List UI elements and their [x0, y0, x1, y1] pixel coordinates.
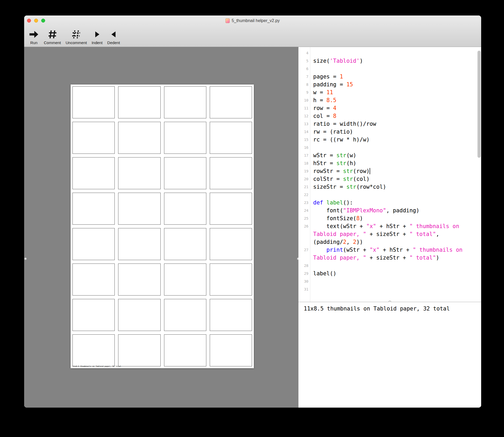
code-line-text: font("IBMPlexMono", padding) [313, 207, 474, 214]
thumbnail-cell [72, 334, 115, 366]
thumbnail-cell [164, 122, 206, 154]
thumbnail-cell [164, 157, 206, 189]
line-number: 13 [298, 120, 310, 128]
code-line-text [313, 65, 474, 73]
output-console[interactable]: 11x8.5 thumbnails on Tabloid paper, 32 t… [298, 302, 481, 408]
thumbnail-cell [164, 299, 206, 331]
code-line-text: rw = (ratio) [313, 128, 474, 136]
thumbnail-cell [210, 193, 252, 225]
code-line[interactable]: 5size('Tabloid') [298, 57, 481, 65]
text-caret [370, 168, 370, 174]
code-line[interactable]: 13ratio = width()/row [298, 120, 481, 128]
indent-button[interactable]: Indent [89, 28, 105, 47]
thumbnail-cell [210, 264, 252, 296]
line-number: 12 [298, 112, 310, 120]
line-number: 11 [298, 104, 310, 112]
line-number: 10 [298, 96, 310, 104]
line-number: 22 [298, 191, 310, 199]
line-number: 20 [298, 175, 310, 183]
code-line[interactable]: 15rc = ((rw * h)/w) [298, 136, 481, 144]
run-button[interactable]: Run [26, 28, 41, 47]
code-line-text [313, 144, 474, 151]
thumbnail-cell [210, 86, 252, 118]
code-line-text: size('Tabloid') [313, 57, 474, 65]
app-window: 5_thumbnail helper_v2.py Run Comment [24, 15, 481, 408]
code-line[interactable]: 24 font("IBMPlexMono", padding) [298, 207, 481, 214]
editor-scrollbar-thumb[interactable] [477, 51, 481, 158]
line-number: 16 [298, 144, 310, 151]
line-number: 23 [298, 199, 310, 207]
code-line-text [313, 285, 474, 293]
code-line[interactable]: 21sizeStr = str(row*col) [298, 183, 481, 191]
line-number: 15 [298, 136, 310, 144]
code-line-text: w = 11 [313, 88, 474, 96]
code-line[interactable]: 18hStr = str(h) [298, 159, 481, 167]
thumbnail-cell [72, 122, 115, 154]
line-number: 28 [298, 262, 310, 270]
thumbnail-cell [118, 299, 160, 331]
code-line[interactable]: 26 text(wStr + "x" + hStr + " thumbnails… [298, 222, 481, 246]
thumbnail-grid [71, 85, 254, 368]
code-line[interactable]: 31 [298, 285, 481, 293]
code-line[interactable]: 28 [298, 262, 481, 270]
thumbnail-cell [72, 86, 115, 118]
code-line-text [313, 191, 474, 199]
thumbnail-cell [118, 228, 160, 260]
window-title: 5_thumbnail helper_v2.py [232, 18, 280, 23]
comment-button[interactable]: Comment [41, 28, 63, 47]
code-line[interactable]: 22 [298, 191, 481, 199]
code-editor[interactable]: 45size('Tabloid')67pages = 18padding = 1… [298, 47, 481, 302]
dedent-button[interactable]: Dedent [105, 28, 122, 47]
left-edge-splitter-handle[interactable] [24, 257, 27, 260]
code-line-text: def label(): [313, 199, 474, 207]
code-line-text [313, 262, 474, 270]
code-line[interactable]: 11row = 4 [298, 104, 481, 112]
line-number: 24 [298, 207, 310, 214]
thumbnail-cell [118, 157, 160, 189]
comment-label: Comment [44, 40, 61, 45]
run-label: Run [30, 40, 38, 45]
line-number: 7 [298, 73, 310, 81]
code-line[interactable]: 17wStr = str(w) [298, 151, 481, 159]
code-line-text: label() [313, 270, 474, 277]
code-line[interactable]: 10h = 8.5 [298, 96, 481, 104]
line-number: 9 [298, 88, 310, 96]
thumbnail-cell [118, 122, 160, 154]
titlebar[interactable]: 5_thumbnail helper_v2.py [24, 15, 481, 26]
code-line[interactable]: 29label() [298, 270, 481, 277]
thumbnail-cell [118, 193, 160, 225]
thumbnail-cell [164, 264, 206, 296]
code-line[interactable]: 7pages = 1 [298, 73, 481, 81]
line-number: 18 [298, 159, 310, 167]
code-line[interactable]: 14rw = (ratio) [298, 128, 481, 136]
code-line-text: sizeStr = str(row*col) [313, 183, 474, 191]
code-line-text: text(wStr + "x" + hStr + " thumbnails on… [313, 222, 474, 246]
code-line[interactable]: 9w = 11 [298, 88, 481, 96]
code-line-text: col = 8 [313, 112, 474, 120]
triangle-left-icon [109, 29, 118, 40]
drawing-page: 11x8.5 thumbnails on Tabloid paper, 32 t… [71, 85, 254, 368]
code-line[interactable]: 4 [298, 49, 481, 57]
output-text: 11x8.5 thumbnails on Tabloid paper, 32 t… [304, 306, 450, 312]
code-line[interactable]: 20colStr = str(col) [298, 175, 481, 183]
line-number: 4 [298, 49, 310, 57]
thumbnail-cell [210, 228, 252, 260]
code-line[interactable]: 25 fontSize(8) [298, 214, 481, 222]
indent-label: Indent [92, 40, 103, 45]
line-number: 14 [298, 128, 310, 136]
uncomment-button[interactable]: Uncomment [63, 28, 89, 47]
code-line-text [313, 277, 474, 285]
code-line[interactable]: 12col = 8 [298, 112, 481, 120]
code-line[interactable]: 27 print(wStr + "x" + hStr + " thumbnail… [298, 246, 481, 262]
right-column: 45size('Tabloid')67pages = 18padding = 1… [298, 47, 481, 408]
line-number: 29 [298, 270, 310, 277]
code-line[interactable]: 8padding = 15 [298, 81, 481, 88]
code-line[interactable]: 19rowStr = str(row) [298, 167, 481, 175]
run-arrow-icon [29, 29, 39, 40]
code-line[interactable]: 16 [298, 144, 481, 151]
code-line[interactable]: 30 [298, 277, 481, 285]
code-line[interactable]: 23def label(): [298, 199, 481, 207]
code-line[interactable]: 6 [298, 65, 481, 73]
hash-icon [47, 29, 58, 40]
title-area: 5_thumbnail helper_v2.py [24, 15, 481, 26]
